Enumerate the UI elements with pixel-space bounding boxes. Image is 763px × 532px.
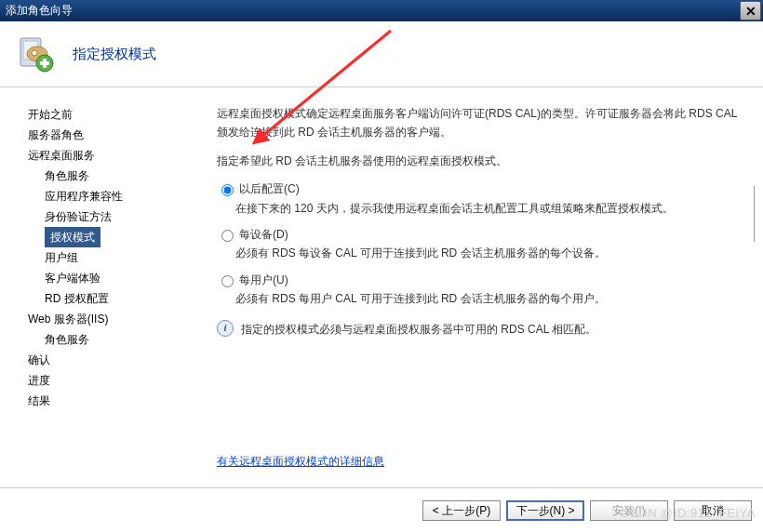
nav-rd-license-config[interactable]: RD 授权配置 <box>28 288 200 309</box>
cancel-button[interactable]: 取消 <box>674 500 752 521</box>
page-title: 指定授权模式 <box>73 46 156 63</box>
option-per-device-label: 每设备(D) <box>239 225 288 244</box>
nav-license-mode[interactable]: 授权模式 <box>45 227 100 247</box>
info-icon: i <box>217 320 234 337</box>
info-text: 指定的授权模式必须与远程桌面授权服务器中可用的 RDS CAL 相匹配。 <box>241 320 596 339</box>
header: 指定授权模式 <box>0 21 763 87</box>
nav-progress[interactable]: 进度 <box>28 370 200 391</box>
next-button[interactable]: 下一步(N) > <box>506 500 584 521</box>
nav-before-begin[interactable]: 开始之前 <box>28 104 200 125</box>
option-later-desc: 在接下来的 120 天内，提示我使用远程桌面会话主机配置工具或组策略来配置授权模… <box>235 199 741 218</box>
close-button[interactable]: ✕ <box>740 1 761 20</box>
nav-server-roles[interactable]: 服务器角色 <box>28 125 200 145</box>
info-row: i 指定的授权模式必须与远程桌面授权服务器中可用的 RDS CAL 相匹配。 <box>217 320 741 339</box>
radio-per-device[interactable] <box>221 230 234 242</box>
radio-per-user[interactable] <box>221 275 234 287</box>
radio-later[interactable] <box>221 184 234 196</box>
nav-app-compat[interactable]: 应用程序兼容性 <box>28 186 200 206</box>
content: 远程桌面授权模式确定远程桌面服务客户端访问许可证(RDS CAL)的类型。许可证… <box>200 87 763 487</box>
intro-para-1: 远程桌面授权模式确定远程桌面服务客户端访问许可证(RDS CAL)的类型。许可证… <box>217 104 741 142</box>
option-per-device[interactable]: 每设备(D) <box>217 225 741 244</box>
nav-confirm[interactable]: 确认 <box>28 350 200 370</box>
option-per-user[interactable]: 每用户(U) <box>217 271 741 289</box>
nav-auth-method[interactable]: 身份验证方法 <box>28 206 200 227</box>
intro-para-2: 指定希望此 RD 会话主机服务器使用的远程桌面授权模式。 <box>217 152 741 170</box>
install-button: 安装(I) <box>590 500 668 521</box>
wizard-window: 添加角色向导 ✕ 指定授权模式 开始之前 服务器角色 远程桌面服务 <box>0 0 763 532</box>
prev-button[interactable]: < 上一步(P) <box>422 500 501 521</box>
svg-point-3 <box>32 50 37 56</box>
header-icon <box>19 35 56 73</box>
window-title: 添加角色向导 <box>6 3 740 19</box>
nav-role-services[interactable]: 角色服务 <box>28 166 200 186</box>
crop-artifact <box>754 186 763 242</box>
footer: < 上一步(P) 下一步(N) > 安装(I) 取消 CSDN @ID:912_… <box>0 487 763 532</box>
option-later-label: 以后配置(C) <box>239 180 300 198</box>
nav-user-groups[interactable]: 用户组 <box>28 247 200 268</box>
option-per-device-desc: 必须有 RDS 每设备 CAL 可用于连接到此 RD 会话主机服务器的每个设备。 <box>235 244 741 262</box>
nav-iis-role-services[interactable]: 角色服务 <box>28 329 200 350</box>
nav-client-exp[interactable]: 客户端体验 <box>28 268 200 288</box>
sidebar: 开始之前 服务器角色 远程桌面服务 角色服务 应用程序兼容性 身份验证方法 授权… <box>0 87 200 487</box>
option-per-user-label: 每用户(U) <box>239 271 288 289</box>
nav-rds[interactable]: 远程桌面服务 <box>28 145 200 166</box>
close-icon: ✕ <box>745 4 756 19</box>
nav-results[interactable]: 结果 <box>28 391 200 411</box>
nav-iis[interactable]: Web 服务器(IIS) <box>28 309 200 329</box>
body: 开始之前 服务器角色 远程桌面服务 角色服务 应用程序兼容性 身份验证方法 授权… <box>0 87 763 487</box>
option-per-user-desc: 必须有 RDS 每用户 CAL 可用于连接到此 RD 会话主机服务器的每个用户。 <box>235 289 741 308</box>
option-later[interactable]: 以后配置(C) <box>217 180 741 198</box>
learn-more-link[interactable]: 有关远程桌面授权模式的详细信息 <box>217 452 384 471</box>
titlebar: 添加角色向导 ✕ <box>0 0 763 21</box>
svg-rect-6 <box>40 61 49 65</box>
